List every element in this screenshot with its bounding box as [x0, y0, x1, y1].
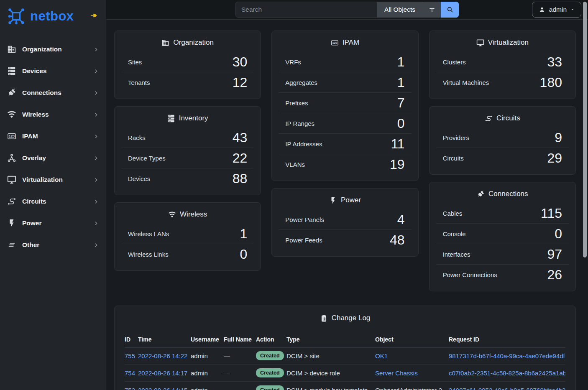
sidebar-item-power[interactable]: Power [0, 212, 106, 234]
stat-row-power-panels[interactable]: Power Panels 4 [279, 209, 411, 229]
changelog-object-link[interactable]: Server Chassis [375, 370, 418, 377]
card-virtualization: Virtualization Clusters 33 Virtual Machi… [429, 31, 576, 99]
stat-row-providers[interactable]: Providers 9 [436, 127, 569, 148]
stat-row-power-feeds[interactable]: Power Feeds 48 [279, 229, 411, 250]
chevron-right-icon [93, 155, 99, 161]
sidebar-item-other[interactable]: Other [0, 234, 106, 256]
stat-label: Console [443, 230, 466, 237]
brand[interactable]: netbox [0, 0, 106, 29]
sidebar-item-label: Connections [22, 89, 61, 97]
filter-button[interactable] [423, 2, 441, 18]
changelog-time-link[interactable]: 2022-08-26 14:15 [138, 387, 187, 390]
card-title-text: Wireless [180, 210, 207, 219]
changelog-object: OnboardAdministrator-2 [375, 382, 449, 390]
stat-row-prefixes[interactable]: Prefixes 7 [279, 92, 411, 113]
stat-value: 180 [540, 74, 562, 90]
stat-row-virtual-machines[interactable]: Virtual Machines 180 [436, 72, 569, 92]
stat-row-devices[interactable]: Devices 88 [121, 168, 254, 189]
card-title-text: Inventory [179, 114, 208, 122]
sidebar-item-devices[interactable]: Devices [0, 60, 106, 82]
changelog-full-name: — [224, 365, 256, 382]
changelog-id-link[interactable]: 754 [125, 370, 135, 377]
main-content: Organization Sites 30 Tenants 12 Invento… [106, 20, 588, 390]
sidebar-item-label: Virtualization [22, 176, 63, 184]
column-header-time: Time [138, 334, 191, 347]
status-badge: Created [256, 368, 284, 377]
changelog-time-link[interactable]: 2022-08-26 14:22 [138, 352, 187, 359]
changelog-request-id-link[interactable]: c07f0ab2-2351-4c58-825a-8b6a2425a1ab [449, 370, 565, 377]
column-header-full-name: Full Name [224, 334, 256, 347]
stat-row-device-types[interactable]: Device Types 22 [121, 148, 254, 168]
stat-row-interfaces[interactable]: Interfaces 97 [436, 244, 569, 264]
transit-icon [485, 115, 493, 122]
user-menu-button[interactable]: admin [532, 2, 581, 18]
sidebar-item-organization[interactable]: Organization [0, 38, 106, 60]
stat-row-wireless-links[interactable]: Wireless Links 0 [121, 244, 254, 264]
stat-label: Power Feeds [285, 237, 322, 244]
stat-row-racks[interactable]: Racks 43 [121, 127, 254, 148]
sidebar-item-connections[interactable]: Connections [0, 82, 106, 104]
changelog-id-link[interactable]: 755 [125, 352, 135, 359]
changelog-time-link[interactable]: 2022-08-26 14:17 [138, 370, 187, 377]
chevron-right-icon [93, 69, 99, 74]
sidebar-item-virtualization[interactable]: Virtualization [0, 169, 106, 191]
sidebar-item-wireless[interactable]: Wireless [0, 104, 106, 125]
sidebar-item-label: Wireless [22, 111, 49, 118]
card-title-text: Virtualization [488, 38, 529, 47]
stat-label: VLANs [285, 161, 305, 168]
global-search: All Objects [235, 2, 459, 18]
stat-value: 11 [391, 136, 404, 152]
lines-icon [7, 240, 17, 250]
stat-label: Virtual Machines [443, 79, 489, 86]
stat-row-wireless-lans[interactable]: Wireless LANs 1 [121, 224, 254, 244]
stat-row-cables[interactable]: Cables 115 [436, 203, 569, 223]
changelog-request-id-link[interactable]: 24807c61-9952-49c6-b8a5-69760bfcc4b3 [449, 387, 565, 390]
changelog-request-id-link[interactable]: 9817317d-b67f-440a-99ca-4ae07ede94df [449, 352, 565, 359]
search-input[interactable] [235, 2, 377, 18]
user-menu-label: admin [549, 6, 567, 13]
object-type-dropdown[interactable]: All Objects [377, 2, 423, 18]
card-title-text: IPAM [343, 38, 359, 47]
sidebar-item-ipam[interactable]: IPAM [0, 125, 106, 147]
stat-value: 4 [397, 212, 405, 227]
stat-row-vlans[interactable]: VLANs 19 [279, 154, 411, 174]
stat-value: 30 [233, 54, 248, 70]
stat-row-sites[interactable]: Sites 30 [121, 52, 254, 72]
changelog-object-link[interactable]: OK1 [375, 352, 388, 359]
sidebar-item-label: Circuits [22, 198, 46, 205]
stat-row-circuits[interactable]: Circuits 29 [436, 148, 569, 168]
stat-label: Devices [128, 175, 150, 182]
stat-value: 9 [555, 130, 562, 145]
table-row: 754 2022-08-26 14:17 admin — Created DCI… [125, 365, 565, 382]
changelog-full-name: — [224, 382, 256, 390]
stat-label: IP Addresses [285, 140, 322, 148]
netbox-logo-icon [7, 7, 26, 26]
stat-value: 12 [233, 74, 248, 90]
stat-row-ip-addresses[interactable]: IP Addresses 11 [279, 133, 411, 154]
change-log-table: ID Time Username Full Name Action Type O… [125, 334, 565, 390]
stat-value: 0 [555, 226, 562, 242]
topbar: All Objects admin [106, 0, 588, 20]
chevron-right-icon [93, 199, 99, 204]
stat-row-console[interactable]: Console 0 [436, 223, 569, 244]
sidebar-item-overlay[interactable]: Overlay [0, 147, 106, 169]
chevron-right-icon [93, 90, 99, 96]
card-title: Circuits [436, 113, 569, 127]
stat-row-power-connections[interactable]: Power Connections 26 [436, 264, 569, 285]
dashboard-column-2: IPAM VRFs 1 Aggregates 1 Prefixes 7 IP R… [271, 31, 418, 257]
scrollbar-thumb[interactable] [583, 2, 587, 257]
stat-row-ip-ranges[interactable]: IP Ranges 0 [279, 113, 411, 133]
sidebar-item-circuits[interactable]: Circuits [0, 191, 106, 212]
pin-sidebar-button[interactable] [90, 12, 98, 19]
changelog-id-link[interactable]: 753 [125, 387, 135, 390]
stat-row-aggregates[interactable]: Aggregates 1 [279, 72, 411, 92]
stat-value: 48 [390, 232, 405, 248]
card-title-text: Organization [173, 38, 213, 47]
search-submit-button[interactable] [441, 2, 459, 18]
stat-row-tenants[interactable]: Tenants 12 [121, 72, 254, 92]
stat-label: Interfaces [443, 251, 470, 258]
chevron-right-icon [93, 112, 99, 117]
stat-row-clusters[interactable]: Clusters 33 [436, 52, 569, 72]
stat-row-vrfs[interactable]: VRFs 1 [279, 52, 411, 72]
building-icon [7, 45, 17, 54]
